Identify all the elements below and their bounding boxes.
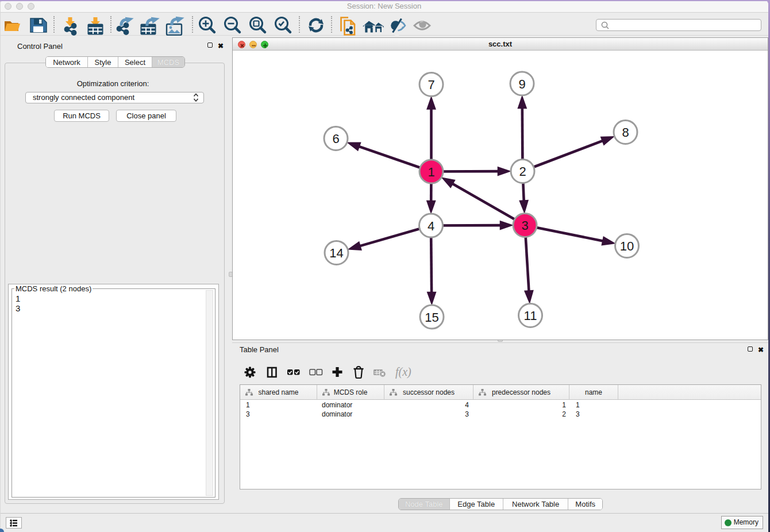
svg-text:3: 3 [521, 218, 528, 233]
svg-text:6: 6 [332, 132, 339, 146]
svg-text:11: 11 [524, 309, 537, 323]
svg-text:1: 1 [428, 165, 434, 179]
svg-text:15: 15 [425, 310, 438, 325]
svg-text:f(x): f(x) [395, 365, 411, 379]
svg-text:9: 9 [518, 77, 525, 91]
svg-text:4: 4 [428, 219, 434, 233]
svg-text:8: 8 [622, 125, 629, 140]
svg-text:2: 2 [519, 164, 526, 179]
svg-text:7: 7 [428, 78, 434, 92]
svg-text:14: 14 [329, 246, 343, 260]
svg-text:10: 10 [620, 239, 634, 253]
